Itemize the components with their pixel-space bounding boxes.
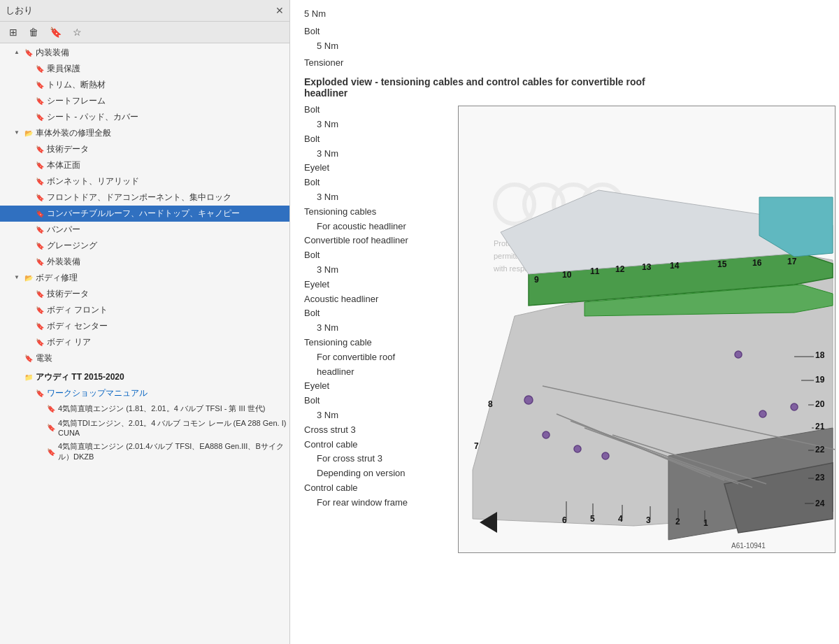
sidebar-item-engine-4cyl[interactable]: 🔖 4気筒直噴エンジン (1.81、2.01。4 バルブ TFSI - 第 II… (0, 401, 289, 416)
bookmark-icon: 🔖 (46, 404, 56, 414)
sidebar-item-joinin[interactable]: 🔖 乗員保護 (0, 61, 289, 77)
item-control-cable-2: Control cable (304, 481, 452, 496)
item-cross-strut: Cross strut 3 (304, 423, 452, 438)
bookmark-button[interactable]: 🔖 (46, 24, 65, 40)
folder-open-icon: 📂 (24, 129, 34, 138)
sidebar-item-label: バンパー (47, 224, 80, 236)
delete-button[interactable]: 🗑 (25, 24, 42, 40)
sidebar-item-engine-4cyl2[interactable]: 🔖 4気筒直噴エンジン (2.01.4バルブ TFSI、EA888 Gen.II… (0, 439, 289, 464)
sidebar-header: しおり ✕ (0, 0, 289, 22)
expand-icon-empty (25, 97, 34, 106)
bookmark-icon: 🔖 (35, 96, 45, 106)
grid-button[interactable]: ⊞ (6, 24, 21, 40)
svg-text:7: 7 (474, 441, 479, 451)
item-3nm-1: 3 Nm (304, 117, 452, 132)
svg-point-21 (524, 396, 533, 404)
folder-open-icon2: 📂 (24, 273, 34, 283)
bookmark-icon: 🔖 (35, 80, 45, 90)
sidebar-item-label: 技術データ (47, 288, 89, 300)
star-button[interactable]: ☆ (69, 24, 85, 40)
bookmark-icon-active: 🔖 (35, 209, 45, 219)
sidebar-toolbar: ⊞ 🗑 🔖 ☆ (0, 22, 289, 43)
sidebar-item-label: シート - パッド、カバー (47, 111, 138, 123)
item-for-convertible: For convertible roofheadliner (304, 350, 452, 380)
sidebar-item-label: 4気筒TDIエンジン、2.01。4 バルブ コモン レール (EA 288 Ge… (58, 418, 287, 437)
svg-text:18: 18 (815, 350, 825, 360)
svg-text:24: 24 (815, 499, 825, 508)
item-bolt-2: Bolt (304, 132, 452, 147)
expand-icon-down: ▼ (14, 129, 22, 138)
sidebar-item-tech-data[interactable]: 🔖 技術データ (0, 141, 289, 157)
diagram-column: Protected b permitted u with respec (458, 103, 836, 558)
sidebar-item-seat-frame[interactable]: 🔖 シートフレーム (0, 93, 289, 109)
sidebar-item-label: ボディ リア (47, 336, 91, 348)
top-bolt-nm: 5 Nm (304, 39, 825, 54)
sidebar-item-body-front2[interactable]: 🔖 ボディ フロント (0, 302, 289, 318)
sidebar-item-label: 4気筒直噴エンジン (1.81、2.01。4 バルブ TFSI - 第 III … (58, 403, 265, 414)
sidebar-item-label: ボディ センター (47, 320, 108, 332)
svg-text:1: 1 (703, 518, 708, 528)
sidebar-item-front-door[interactable]: 🔖 フロントドア、ドアコンポーネント、集中ロック (0, 189, 289, 206)
sidebar-item-bonnet[interactable]: 🔖 ボンネット、リアリッド (0, 173, 289, 189)
expand-icon-empty (25, 65, 34, 73)
sidebar-item-body-tech[interactable]: 🔖 技術データ (0, 286, 289, 302)
sidebar-item-label: 技術データ (47, 143, 89, 155)
svg-text:16: 16 (752, 258, 762, 268)
bookmark-icon: 🔖 (24, 354, 34, 364)
item-depending-on-version: Depending on version (304, 466, 452, 481)
svg-text:12: 12 (615, 264, 625, 274)
svg-text:9: 9 (534, 275, 539, 285)
close-button[interactable]: ✕ (275, 5, 284, 16)
sidebar-item-convertible[interactable]: 🔖 コンバーチブルルーフ、ハードトップ、キャノピー (0, 206, 289, 222)
item-3nm-4: 3 Nm (304, 263, 452, 278)
sidebar-item-engine-tdi[interactable]: 🔖 4気筒TDIエンジン、2.01。4 バルブ コモン レール (EA 288 … (0, 416, 289, 439)
sidebar-item-body-front[interactable]: 🔖 本体正面 (0, 157, 289, 173)
sidebar-item-body-repair[interactable]: ▼ 📂 ボディ修理 (0, 270, 289, 286)
sidebar-item-label: 車体外装の修理全般 (36, 127, 111, 139)
item-bolt-3: Bolt (304, 176, 452, 190)
svg-text:13: 13 (642, 262, 652, 272)
content-area: Bolt 3 Nm Bolt 3 Nm Eyelet Bolt 3 Nm Ten… (304, 103, 825, 558)
item-bolt-4: Bolt (304, 248, 452, 263)
bookmark-icon: 🔖 (46, 423, 56, 433)
sidebar-item-label: ボディ フロント (47, 304, 108, 316)
sidebar-item-trim[interactable]: 🔖 トリム、断熱材 (0, 77, 289, 93)
sidebar-item-naiso[interactable]: ▲ 🔖 内装装備 (0, 45, 289, 61)
sidebar-tree[interactable]: ▲ 🔖 内装装備 🔖 乗員保護 🔖 トリム、断熱材 🔖 シートフレーム 🔖 シー… (0, 43, 289, 644)
top-bolt-label: Bolt (304, 24, 825, 39)
sidebar-item-label: 外装装備 (47, 256, 80, 268)
svg-point-26 (759, 410, 766, 417)
sidebar-item-workshop[interactable]: 🔖 ワークショップマニュアル (0, 385, 289, 401)
svg-text:8: 8 (488, 399, 493, 409)
sidebar-item-label: 電装 (36, 352, 52, 364)
item-bolt-5: Bolt (304, 306, 452, 321)
sidebar-item-glazing[interactable]: 🔖 グレージング (0, 238, 289, 254)
bookmark-icon: 🔖 (35, 177, 45, 187)
sidebar-item-outer-trim[interactable]: 🔖 外装装備 (0, 254, 289, 270)
sidebar-item-label: 乗員保護 (47, 63, 80, 75)
sidebar-item-seat-pad[interactable]: 🔖 シート - パッド、カバー (0, 109, 289, 125)
sidebar-item-label: 4気筒直噴エンジン (2.01.4バルブ TFSI、EA888 Gen.III、… (58, 441, 287, 462)
svg-text:20: 20 (815, 399, 825, 409)
svg-text:15: 15 (717, 259, 727, 269)
svg-point-24 (602, 452, 609, 459)
diagram-svg: Protected b permitted u with respec (459, 106, 836, 553)
sidebar-item-label: 内装装備 (36, 47, 69, 59)
sidebar-item-bumper[interactable]: 🔖 バンパー (0, 222, 289, 238)
top-tensioner: Tensioner (304, 56, 825, 71)
item-control-cable-1: Control cable (304, 438, 452, 452)
sidebar-item-audi-tt[interactable]: 📁 アウディ TT 2015-2020 (0, 369, 289, 385)
top-5nm-label: 5 Nm (304, 7, 825, 22)
svg-text:14: 14 (670, 261, 680, 271)
item-tensioning-cables: Tensioning cables (304, 205, 452, 220)
sidebar-item-label: 本体正面 (47, 159, 80, 171)
bookmark-icon: 🔖 (35, 225, 45, 235)
sidebar-item-body-outer[interactable]: ▼ 📂 車体外装の修理全般 (0, 125, 289, 141)
sidebar-item-body-center[interactable]: 🔖 ボディ センター (0, 318, 289, 334)
sidebar-item-label: グレージング (47, 240, 97, 252)
sidebar-item-electric[interactable]: 🔖 電装 (0, 350, 289, 366)
item-bolt-6: Bolt (304, 394, 452, 408)
item-bolt-1: Bolt (304, 103, 452, 117)
sidebar-item-body-rear[interactable]: 🔖 ボディ リア (0, 334, 289, 350)
text-column: Bolt 3 Nm Bolt 3 Nm Eyelet Bolt 3 Nm Ten… (304, 103, 458, 558)
